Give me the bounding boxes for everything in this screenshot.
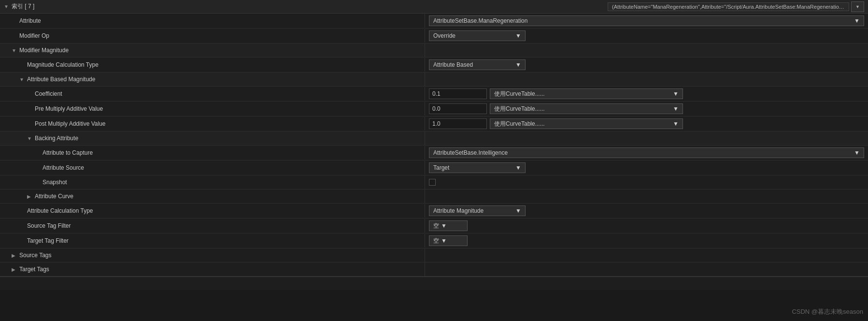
attribute-source-dropdown[interactable]: Target ▼ [429, 162, 526, 173]
coefficient-label: Coefficient [35, 90, 62, 97]
modifier-magnitude-label-cell: Modifier Magnitude [0, 44, 425, 57]
target-tags-expand[interactable] [12, 267, 17, 272]
chevron-down-icon: ▼ [515, 164, 521, 171]
source-tag-filter-label: Source Tag Filter [27, 222, 71, 229]
attribute-to-capture-dropdown[interactable]: AttributeSetBase.Intelligence ▼ [429, 147, 864, 158]
backing-attribute-expand[interactable] [27, 136, 33, 141]
modifier-op-value-cell: Override ▼ [425, 29, 868, 43]
attribute-row: Attribute AttributeSetBase.ManaRegenerat… [0, 14, 868, 29]
source-tag-filter-value-cell: 空 ▼ [425, 219, 868, 233]
post-multiply-row: Post Multiply Additive Value 使用CurveTabl… [0, 117, 868, 131]
post-multiply-label-cell: Post Multiply Additive Value [0, 117, 425, 131]
pre-multiply-row: Pre Multiply Additive Value 使用CurveTable… [0, 102, 868, 117]
modifier-op-dropdown[interactable]: Override ▼ [429, 30, 526, 41]
attribute-calc-type-dropdown[interactable]: Attribute Magnitude ▼ [429, 205, 526, 216]
attribute-label-cell: Attribute [0, 14, 425, 28]
backing-attribute-value-cell [425, 136, 868, 140]
chevron-down-icon: ▼ [515, 32, 521, 39]
attribute-curve-row: Attribute Curve [0, 190, 868, 204]
target-tag-filter-row: Target Tag Filter 空 ▼ [0, 233, 868, 248]
snapshot-value-cell [425, 177, 868, 188]
attribute-source-label: Attribute Source [43, 164, 84, 171]
attribute-based-magnitude-row: Attribute Based Magnitude [0, 73, 868, 87]
attribute-value-cell: AttributeSetBase.ManaRegeneration ▼ [425, 14, 868, 28]
target-tag-filter-label: Target Tag Filter [27, 237, 69, 244]
source-tags-expand[interactable] [12, 253, 17, 258]
attribute-curve-label: Attribute Curve [35, 193, 73, 200]
modifier-magnitude-expand[interactable] [12, 48, 17, 53]
chevron-down-icon: ▼ [441, 222, 447, 229]
coefficient-row: Coefficient 使用CurveTable...... ▼ [0, 87, 868, 102]
pre-multiply-input[interactable] [429, 103, 487, 114]
backing-attribute-row: Backing Attribute [0, 131, 868, 146]
coefficient-label-cell: Coefficient [0, 87, 425, 101]
chevron-down-icon: ▼ [854, 17, 860, 24]
chevron-down-icon: ▼ [854, 149, 860, 156]
header-expand-arrow[interactable] [4, 4, 10, 9]
modifier-op-label-cell: Modifier Op [0, 29, 425, 43]
chevron-down-icon: ▼ [673, 120, 679, 127]
target-tags-row: Target Tags [0, 263, 868, 277]
attribute-calc-type-label: Attribute Calculation Type [27, 207, 93, 214]
attribute-calc-type-row: Attribute Calculation Type Attribute Mag… [0, 204, 868, 219]
attribute-calc-type-label-cell: Attribute Calculation Type [0, 204, 425, 218]
attribute-source-label-cell: Attribute Source [0, 161, 425, 175]
attribute-source-row: Attribute Source Target ▼ [0, 160, 868, 175]
index-label: 索引 [ 7 ] [12, 2, 34, 11]
attribute-to-capture-label-cell: Attribute to Capture [0, 146, 425, 160]
source-tags-label-cell: Source Tags [0, 248, 425, 262]
magnitude-calc-value-cell: Attribute Based ▼ [425, 58, 868, 72]
attribute-label: Attribute [19, 17, 41, 24]
snapshot-label-cell: Snapshot [0, 175, 425, 189]
attribute-based-label-cell: Attribute Based Magnitude [0, 73, 425, 86]
modifier-op-row: Modifier Op Override ▼ [0, 29, 868, 44]
attribute-based-expand[interactable] [19, 77, 25, 82]
magnitude-calc-dropdown[interactable]: Attribute Based ▼ [429, 59, 526, 70]
header-value-area: (AttributeName="ManaRegeneration",Attrib… [608, 1, 864, 12]
source-tag-filter-row: Source Tag Filter 空 ▼ [0, 219, 868, 233]
chevron-down-icon: ▼ [441, 237, 447, 244]
source-tag-filter-label-cell: Source Tag Filter [0, 219, 425, 233]
target-tag-filter-label-cell: Target Tag Filter [0, 234, 425, 248]
pre-multiply-label-cell: Pre Multiply Additive Value [0, 102, 425, 116]
source-tags-value-cell [425, 253, 868, 257]
attribute-based-value-cell [425, 77, 868, 81]
source-tags-label: Source Tags [19, 252, 52, 259]
post-multiply-curve-btn[interactable]: 使用CurveTable...... ▼ [490, 118, 683, 129]
source-tag-filter-btn[interactable]: 空 ▼ [429, 220, 468, 231]
coefficient-input[interactable] [429, 88, 487, 99]
magnitude-calc-label: Magnitude Calculation Type [27, 61, 99, 68]
attribute-to-capture-label: Attribute to Capture [43, 149, 93, 156]
attribute-curve-label-cell: Attribute Curve [0, 190, 425, 203]
attribute-to-capture-value-cell: AttributeSetBase.Intelligence ▼ [425, 146, 868, 160]
chevron-down-icon: ▼ [673, 105, 679, 112]
attribute-calc-type-value-cell: Attribute Magnitude ▼ [425, 204, 868, 218]
bottom-bar [0, 277, 868, 290]
attribute-to-capture-row: Attribute to Capture AttributeSetBase.In… [0, 146, 868, 160]
target-tag-filter-value-cell: 空 ▼ [425, 233, 868, 248]
post-multiply-input[interactable] [429, 118, 487, 129]
modifier-op-label: Modifier Op [19, 32, 49, 39]
snapshot-label: Snapshot [43, 179, 67, 186]
chevron-down-icon: ▼ [855, 4, 860, 9]
attribute-based-label: Attribute Based Magnitude [27, 76, 95, 83]
pre-multiply-label: Pre Multiply Additive Value [35, 105, 103, 112]
chevron-down-icon: ▼ [673, 90, 679, 97]
coefficient-curve-btn[interactable]: 使用CurveTable...... ▼ [490, 88, 683, 99]
modifier-magnitude-label: Modifier Magnitude [19, 47, 69, 54]
header-row: 索引 [ 7 ] (AttributeName="ManaRegeneratio… [0, 0, 868, 14]
modifier-magnitude-value-cell [425, 48, 868, 52]
pre-multiply-curve-btn[interactable]: 使用CurveTable...... ▼ [490, 103, 683, 114]
attribute-curve-expand[interactable] [27, 194, 33, 199]
backing-attribute-label: Backing Attribute [35, 135, 78, 142]
main-container: 索引 [ 7 ] (AttributeName="ManaRegeneratio… [0, 0, 868, 290]
target-tags-label: Target Tags [19, 266, 49, 273]
post-multiply-value-cell: 使用CurveTable...... ▼ [425, 117, 868, 131]
target-tag-filter-btn[interactable]: 空 ▼ [429, 235, 468, 246]
snapshot-checkbox[interactable] [429, 179, 436, 186]
target-tags-label-cell: Target Tags [0, 263, 425, 276]
snapshot-row: Snapshot [0, 175, 868, 190]
header-dropdown-btn[interactable]: ▼ [851, 1, 864, 12]
attribute-dropdown[interactable]: AttributeSetBase.ManaRegeneration ▼ [429, 15, 864, 26]
chevron-down-icon: ▼ [515, 207, 521, 214]
